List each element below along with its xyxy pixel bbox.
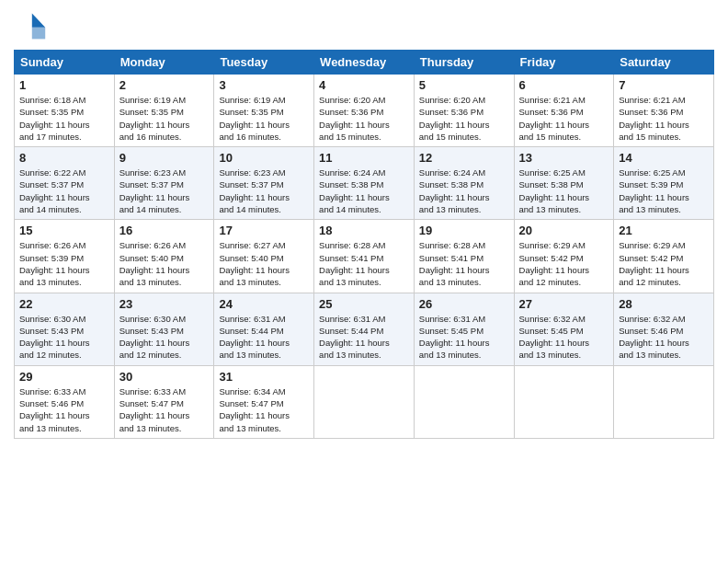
logo-icon <box>14 9 47 42</box>
day-info: Sunrise: 6:26 AMSunset: 5:39 PMDaylight:… <box>19 239 109 288</box>
day-info: Sunrise: 6:33 AMSunset: 5:47 PMDaylight:… <box>119 385 210 434</box>
day-info: Sunrise: 6:20 AMSunset: 5:36 PMDaylight:… <box>319 94 409 143</box>
day-info: Sunrise: 6:30 AMSunset: 5:43 PMDaylight:… <box>119 313 210 362</box>
svg-marker-0 <box>32 14 45 28</box>
calendar-cell: 27Sunrise: 6:32 AMSunset: 5:45 PMDayligh… <box>514 293 614 365</box>
calendar-week-row: 22Sunrise: 6:30 AMSunset: 5:43 PMDayligh… <box>15 293 714 365</box>
day-info: Sunrise: 6:21 AMSunset: 5:36 PMDaylight:… <box>519 94 609 143</box>
calendar-cell: 15Sunrise: 6:26 AMSunset: 5:39 PMDayligh… <box>15 220 115 293</box>
calendar-cell: 6Sunrise: 6:21 AMSunset: 5:36 PMDaylight… <box>514 75 614 147</box>
calendar-cell: 9Sunrise: 6:23 AMSunset: 5:37 PMDaylight… <box>114 147 214 220</box>
header <box>14 9 714 42</box>
day-number: 25 <box>319 297 409 311</box>
calendar-cell: 30Sunrise: 6:33 AMSunset: 5:47 PMDayligh… <box>114 365 214 438</box>
day-number: 22 <box>19 297 109 311</box>
day-info: Sunrise: 6:31 AMSunset: 5:44 PMDaylight:… <box>219 313 309 362</box>
day-info: Sunrise: 6:23 AMSunset: 5:37 PMDaylight:… <box>219 167 309 215</box>
calendar-table: SundayMondayTuesdayWednesdayThursdayFrid… <box>14 50 714 439</box>
calendar-cell: 10Sunrise: 6:23 AMSunset: 5:37 PMDayligh… <box>214 147 314 220</box>
weekday-header: Monday <box>114 51 214 75</box>
calendar-cell: 20Sunrise: 6:29 AMSunset: 5:42 PMDayligh… <box>514 220 614 293</box>
calendar-week-row: 1Sunrise: 6:18 AMSunset: 5:35 PMDaylight… <box>15 75 714 147</box>
calendar-cell: 25Sunrise: 6:31 AMSunset: 5:44 PMDayligh… <box>314 293 415 365</box>
calendar-cell: 13Sunrise: 6:25 AMSunset: 5:38 PMDayligh… <box>514 147 614 220</box>
day-info: Sunrise: 6:21 AMSunset: 5:36 PMDaylight:… <box>619 94 709 143</box>
day-info: Sunrise: 6:29 AMSunset: 5:42 PMDaylight:… <box>519 239 609 288</box>
calendar-cell: 28Sunrise: 6:32 AMSunset: 5:46 PMDayligh… <box>614 293 714 365</box>
weekday-header: Sunday <box>15 51 115 75</box>
day-info: Sunrise: 6:19 AMSunset: 5:35 PMDaylight:… <box>119 94 210 143</box>
calendar-cell: 21Sunrise: 6:29 AMSunset: 5:42 PMDayligh… <box>614 220 714 293</box>
calendar-cell: 12Sunrise: 6:24 AMSunset: 5:38 PMDayligh… <box>414 147 514 220</box>
day-info: Sunrise: 6:22 AMSunset: 5:37 PMDaylight:… <box>19 167 109 215</box>
day-number: 29 <box>19 370 109 384</box>
calendar-week-row: 15Sunrise: 6:26 AMSunset: 5:39 PMDayligh… <box>15 220 714 293</box>
calendar-cell: 16Sunrise: 6:26 AMSunset: 5:40 PMDayligh… <box>114 220 214 293</box>
day-info: Sunrise: 6:26 AMSunset: 5:40 PMDaylight:… <box>119 239 210 288</box>
header-row: SundayMondayTuesdayWednesdayThursdayFrid… <box>15 51 714 75</box>
weekday-header: Friday <box>514 51 614 75</box>
day-info: Sunrise: 6:29 AMSunset: 5:42 PMDaylight:… <box>619 239 709 288</box>
day-info: Sunrise: 6:23 AMSunset: 5:37 PMDaylight:… <box>119 167 210 215</box>
day-info: Sunrise: 6:24 AMSunset: 5:38 PMDaylight:… <box>419 167 509 215</box>
weekday-header: Tuesday <box>214 51 314 75</box>
day-number: 10 <box>219 151 309 165</box>
day-number: 6 <box>519 78 609 92</box>
day-number: 14 <box>619 151 709 165</box>
calendar-cell <box>514 365 614 438</box>
day-info: Sunrise: 6:25 AMSunset: 5:39 PMDaylight:… <box>619 167 709 215</box>
day-number: 19 <box>419 224 509 237</box>
day-number: 21 <box>619 224 709 237</box>
day-info: Sunrise: 6:24 AMSunset: 5:38 PMDaylight:… <box>319 167 409 215</box>
day-info: Sunrise: 6:28 AMSunset: 5:41 PMDaylight:… <box>419 239 509 288</box>
calendar-cell: 4Sunrise: 6:20 AMSunset: 5:36 PMDaylight… <box>314 75 415 147</box>
calendar-cell: 14Sunrise: 6:25 AMSunset: 5:39 PMDayligh… <box>614 147 714 220</box>
svg-marker-1 <box>32 28 45 40</box>
day-info: Sunrise: 6:32 AMSunset: 5:45 PMDaylight:… <box>519 313 609 362</box>
calendar-cell: 5Sunrise: 6:20 AMSunset: 5:36 PMDaylight… <box>414 75 514 147</box>
day-number: 23 <box>119 297 210 311</box>
page: SundayMondayTuesdayWednesdayThursdayFrid… <box>0 0 728 563</box>
day-info: Sunrise: 6:20 AMSunset: 5:36 PMDaylight:… <box>419 94 509 143</box>
day-number: 12 <box>419 151 509 165</box>
day-info: Sunrise: 6:34 AMSunset: 5:47 PMDaylight:… <box>219 385 309 434</box>
day-number: 5 <box>419 78 509 92</box>
calendar-cell: 17Sunrise: 6:27 AMSunset: 5:40 PMDayligh… <box>214 220 314 293</box>
calendar-cell <box>614 365 714 438</box>
calendar-cell: 8Sunrise: 6:22 AMSunset: 5:37 PMDaylight… <box>15 147 115 220</box>
day-number: 15 <box>19 224 109 237</box>
day-info: Sunrise: 6:28 AMSunset: 5:41 PMDaylight:… <box>319 239 409 288</box>
day-info: Sunrise: 6:19 AMSunset: 5:35 PMDaylight:… <box>219 94 309 143</box>
calendar-cell: 7Sunrise: 6:21 AMSunset: 5:36 PMDaylight… <box>614 75 714 147</box>
day-info: Sunrise: 6:33 AMSunset: 5:46 PMDaylight:… <box>19 385 109 434</box>
day-number: 20 <box>519 224 609 237</box>
calendar-cell: 31Sunrise: 6:34 AMSunset: 5:47 PMDayligh… <box>214 365 314 438</box>
day-info: Sunrise: 6:25 AMSunset: 5:38 PMDaylight:… <box>519 167 609 215</box>
day-number: 30 <box>119 370 210 384</box>
day-info: Sunrise: 6:27 AMSunset: 5:40 PMDaylight:… <box>219 239 309 288</box>
calendar-cell: 18Sunrise: 6:28 AMSunset: 5:41 PMDayligh… <box>314 220 415 293</box>
logo <box>14 9 51 42</box>
day-number: 17 <box>219 224 309 237</box>
day-number: 28 <box>619 297 709 311</box>
day-number: 24 <box>219 297 309 311</box>
calendar-cell: 11Sunrise: 6:24 AMSunset: 5:38 PMDayligh… <box>314 147 415 220</box>
day-number: 4 <box>319 78 409 92</box>
day-number: 18 <box>319 224 409 237</box>
day-info: Sunrise: 6:31 AMSunset: 5:45 PMDaylight:… <box>419 313 509 362</box>
day-number: 2 <box>119 78 210 92</box>
calendar-cell: 19Sunrise: 6:28 AMSunset: 5:41 PMDayligh… <box>414 220 514 293</box>
calendar-week-row: 29Sunrise: 6:33 AMSunset: 5:46 PMDayligh… <box>15 365 714 438</box>
day-number: 26 <box>419 297 509 311</box>
weekday-header: Wednesday <box>314 51 415 75</box>
weekday-header: Saturday <box>614 51 714 75</box>
day-info: Sunrise: 6:30 AMSunset: 5:43 PMDaylight:… <box>19 313 109 362</box>
day-number: 8 <box>19 151 109 165</box>
day-number: 16 <box>119 224 210 237</box>
day-number: 1 <box>19 78 109 92</box>
calendar-cell <box>314 365 415 438</box>
calendar-cell: 24Sunrise: 6:31 AMSunset: 5:44 PMDayligh… <box>214 293 314 365</box>
calendar-cell: 23Sunrise: 6:30 AMSunset: 5:43 PMDayligh… <box>114 293 214 365</box>
calendar-cell: 26Sunrise: 6:31 AMSunset: 5:45 PMDayligh… <box>414 293 514 365</box>
day-number: 27 <box>519 297 609 311</box>
